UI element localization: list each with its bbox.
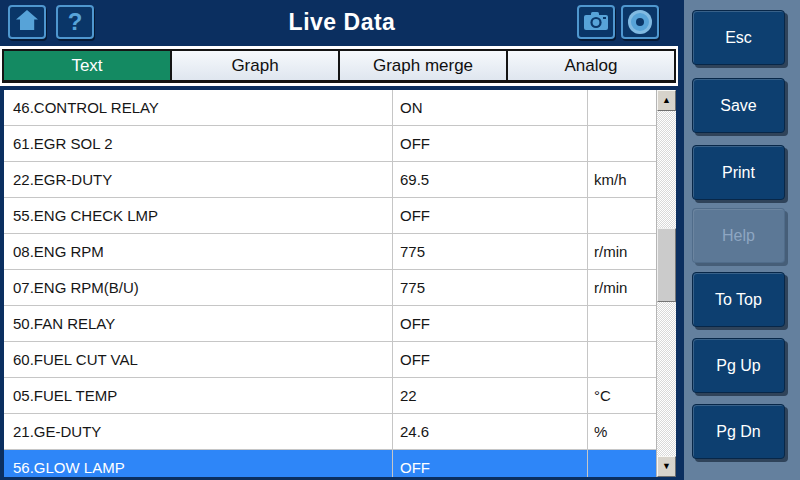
content-area: ? Live Data TextGraphGraph mergeAnalog xyxy=(0,0,684,480)
triangle-up-icon: ▲ xyxy=(662,96,671,105)
row-parameter: 21.GE-DUTY xyxy=(4,414,393,449)
row-value: OFF xyxy=(393,342,588,377)
table-row[interactable]: 46.CONTROL RELAY ON xyxy=(4,90,656,126)
row-parameter: 56.GLOW LAMP xyxy=(4,450,393,477)
row-unit: km/h xyxy=(588,162,656,197)
scroll-down-button[interactable]: ▼ xyxy=(657,456,676,477)
save-button[interactable]: Save xyxy=(692,78,785,133)
tab-graph[interactable]: Graph xyxy=(172,51,340,80)
row-value: 775 xyxy=(393,234,588,269)
scrollbar-track[interactable]: ▲ ▼ xyxy=(656,90,676,477)
triangle-down-icon: ▼ xyxy=(662,462,671,471)
table-rows: 46.CONTROL RELAY ON 61.EGR SOL 2 OFF 22.… xyxy=(4,90,656,477)
row-unit xyxy=(588,306,656,341)
row-parameter: 08.ENG RPM xyxy=(4,234,393,269)
row-value: OFF xyxy=(393,450,588,477)
row-unit xyxy=(588,198,656,233)
row-unit xyxy=(588,90,656,125)
table-row[interactable]: 60.FUEL CUT VAL OFF xyxy=(4,342,656,378)
tab-graph-merge[interactable]: Graph merge xyxy=(340,51,508,80)
row-unit: °C xyxy=(588,378,656,413)
table-row[interactable]: 61.EGR SOL 2 OFF xyxy=(4,126,656,162)
pg-dn-button[interactable]: Pg Dn xyxy=(692,404,785,459)
tab-text[interactable]: Text xyxy=(4,51,172,80)
table-row[interactable]: 55.ENG CHECK LMP OFF xyxy=(4,198,656,234)
sidebar: EscSavePrintHelpTo TopPg UpPg Dn xyxy=(684,0,800,480)
row-value: 775 xyxy=(393,270,588,305)
row-value: ON xyxy=(393,90,588,125)
scrollbar-thumb[interactable] xyxy=(657,228,676,302)
record-button[interactable] xyxy=(621,5,659,39)
row-value: 69.5 xyxy=(393,162,588,197)
row-parameter: 61.EGR SOL 2 xyxy=(4,126,393,161)
table-row[interactable]: 07.ENG RPM(B/U) 775 r/min xyxy=(4,270,656,306)
table-row[interactable]: 56.GLOW LAMP OFF xyxy=(4,450,656,477)
row-value: OFF xyxy=(393,306,588,341)
row-parameter: 50.FAN RELAY xyxy=(4,306,393,341)
row-unit: % xyxy=(588,414,656,449)
esc-button[interactable]: Esc xyxy=(692,10,785,65)
scroll-up-button[interactable]: ▲ xyxy=(657,90,676,111)
camera-icon xyxy=(584,11,608,34)
row-value: OFF xyxy=(393,126,588,161)
help-button: Help xyxy=(692,208,785,263)
tab-bar: TextGraphGraph mergeAnalog xyxy=(2,49,676,83)
table-row[interactable]: 05.FUEL TEMP 22 °C xyxy=(4,378,656,414)
row-unit xyxy=(588,450,656,477)
to-top-button[interactable]: To Top xyxy=(692,272,785,327)
row-parameter: 05.FUEL TEMP xyxy=(4,378,393,413)
screenshot-button[interactable] xyxy=(577,5,615,39)
record-disc-icon xyxy=(628,10,652,34)
table-row[interactable]: 08.ENG RPM 775 r/min xyxy=(4,234,656,270)
row-parameter: 46.CONTROL RELAY xyxy=(4,90,393,125)
row-parameter: 22.EGR-DUTY xyxy=(4,162,393,197)
table-row[interactable]: 50.FAN RELAY OFF xyxy=(4,306,656,342)
row-parameter: 07.ENG RPM(B/U) xyxy=(4,270,393,305)
row-unit: r/min xyxy=(588,234,656,269)
table-row[interactable]: 22.EGR-DUTY 69.5 km/h xyxy=(4,162,656,198)
live-data-table: 46.CONTROL RELAY ON 61.EGR SOL 2 OFF 22.… xyxy=(4,90,676,477)
app-header: ? Live Data xyxy=(0,0,684,46)
tab-analog[interactable]: Analog xyxy=(508,51,674,80)
print-button[interactable]: Print xyxy=(692,145,785,200)
tab-strip: TextGraphGraph mergeAnalog xyxy=(0,46,678,86)
row-value: OFF xyxy=(393,198,588,233)
row-parameter: 55.ENG CHECK LMP xyxy=(4,198,393,233)
row-parameter: 60.FUEL CUT VAL xyxy=(4,342,393,377)
row-unit xyxy=(588,342,656,377)
row-value: 22 xyxy=(393,378,588,413)
table-row[interactable]: 21.GE-DUTY 24.6 % xyxy=(4,414,656,450)
pg-up-button[interactable]: Pg Up xyxy=(692,338,785,393)
row-value: 24.6 xyxy=(393,414,588,449)
row-unit: r/min xyxy=(588,270,656,305)
row-unit xyxy=(588,126,656,161)
